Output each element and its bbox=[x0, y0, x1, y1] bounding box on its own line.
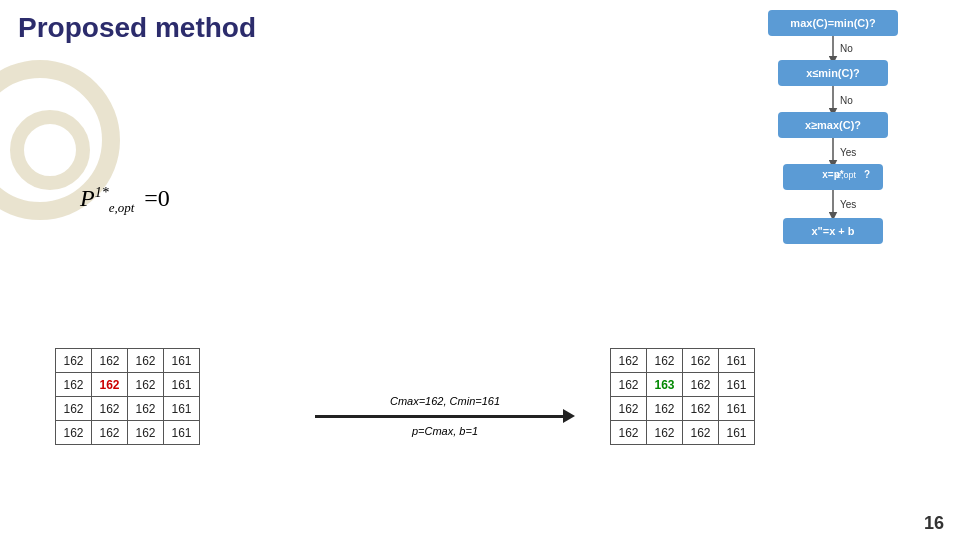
table-row: 162 163 162 161 bbox=[611, 373, 755, 397]
svg-text:Yes: Yes bbox=[840, 199, 856, 210]
table-right: 162 162 162 161 162 163 162 161 162 162 … bbox=[610, 348, 755, 445]
table-row: 162 162 162 161 bbox=[611, 397, 755, 421]
cell: 162 bbox=[92, 421, 128, 445]
flowchart: max(C)=min(C)? No x≤min(C)? No x≥max(C)?… bbox=[620, 0, 960, 340]
svg-text:max(C)=min(C)?: max(C)=min(C)? bbox=[790, 17, 876, 29]
cell: 162 bbox=[128, 421, 164, 445]
cell: 162 bbox=[683, 421, 719, 445]
arrow-head bbox=[563, 409, 575, 423]
left-table: 162 162 162 161 162 162 162 161 162 162 … bbox=[55, 348, 200, 445]
cell: 161 bbox=[164, 421, 200, 445]
arrow-label-line1: Cmax=162, Cmin=161 bbox=[390, 395, 500, 407]
cell: 162 bbox=[56, 373, 92, 397]
cell: 162 bbox=[611, 349, 647, 373]
cell: 162 bbox=[92, 397, 128, 421]
cell: 162 bbox=[683, 349, 719, 373]
deco-circle-inner bbox=[10, 110, 90, 190]
arrow-shaft bbox=[315, 415, 563, 418]
cell: 161 bbox=[719, 421, 755, 445]
cell: 161 bbox=[164, 397, 200, 421]
page-number: 16 bbox=[924, 513, 944, 534]
cell: 161 bbox=[719, 373, 755, 397]
cell: 162 bbox=[92, 349, 128, 373]
cell: 161 bbox=[719, 349, 755, 373]
middle-arrow: Cmax=162, Cmin=161 p=Cmax, b=1 bbox=[295, 395, 595, 437]
cell: 162 bbox=[128, 397, 164, 421]
formula-area: P1*e,opt =0 bbox=[80, 185, 170, 216]
table-row: 162 162 162 161 bbox=[611, 349, 755, 373]
svg-text:?: ? bbox=[864, 169, 870, 180]
table-row: 162 162 162 161 bbox=[56, 373, 200, 397]
cell-highlight: 163 bbox=[647, 373, 683, 397]
svg-text:Yes: Yes bbox=[840, 147, 856, 158]
svg-text:x≥max(C)?: x≥max(C)? bbox=[805, 119, 861, 131]
cell-highlight: 162 bbox=[92, 373, 128, 397]
cell: 162 bbox=[128, 373, 164, 397]
svg-text:No: No bbox=[840, 95, 853, 106]
cell: 162 bbox=[611, 397, 647, 421]
table-row: 162 162 162 161 bbox=[56, 349, 200, 373]
cell: 162 bbox=[611, 421, 647, 445]
arrow-label-line2: p=Cmax, b=1 bbox=[412, 425, 478, 437]
cell: 162 bbox=[611, 373, 647, 397]
cell: 162 bbox=[647, 397, 683, 421]
page-title: Proposed method bbox=[18, 12, 256, 44]
formula-text: P1*e,opt =0 bbox=[80, 185, 170, 211]
cell: 162 bbox=[683, 373, 719, 397]
cell: 161 bbox=[164, 349, 200, 373]
right-table: 162 162 162 161 162 163 162 161 162 162 … bbox=[610, 348, 755, 445]
cell: 162 bbox=[56, 421, 92, 445]
cell: 162 bbox=[647, 421, 683, 445]
svg-text:e,opt: e,opt bbox=[836, 170, 857, 180]
table-row: 162 162 162 161 bbox=[56, 421, 200, 445]
svg-text:x≤min(C)?: x≤min(C)? bbox=[806, 67, 860, 79]
svg-text:x"=x + b: x"=x + b bbox=[811, 225, 854, 237]
cell: 162 bbox=[647, 349, 683, 373]
cell: 162 bbox=[683, 397, 719, 421]
cell: 162 bbox=[56, 397, 92, 421]
cell: 162 bbox=[56, 349, 92, 373]
svg-text:No: No bbox=[840, 43, 853, 54]
table-left: 162 162 162 161 162 162 162 161 162 162 … bbox=[55, 348, 200, 445]
arrow-line bbox=[315, 409, 575, 423]
cell: 161 bbox=[719, 397, 755, 421]
cell: 162 bbox=[128, 349, 164, 373]
cell: 161 bbox=[164, 373, 200, 397]
table-row: 162 162 162 161 bbox=[611, 421, 755, 445]
table-row: 162 162 162 161 bbox=[56, 397, 200, 421]
